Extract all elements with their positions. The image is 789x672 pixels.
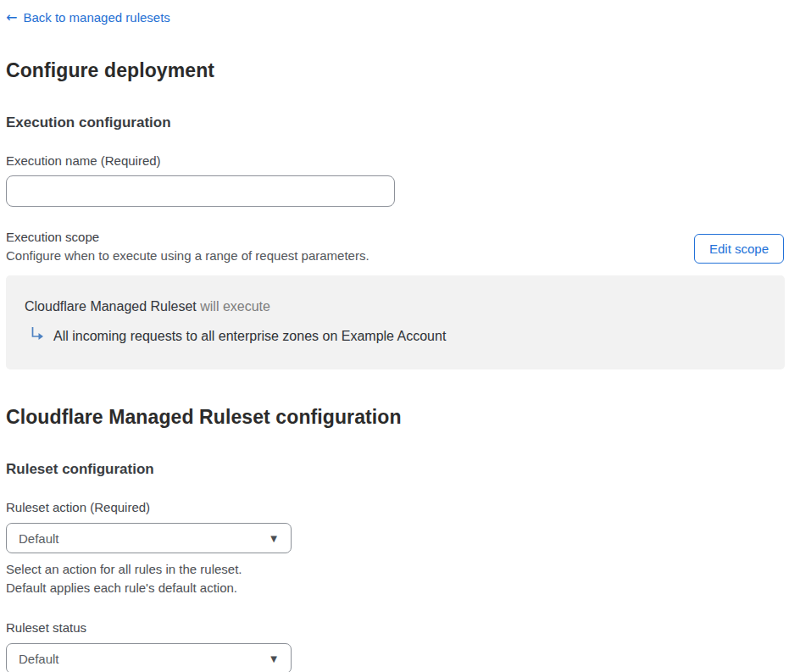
ruleset-configuration-title: Cloudflare Managed Ruleset configuration xyxy=(6,406,784,428)
chevron-down-icon: ▼ xyxy=(270,654,277,664)
ruleset-status-value: Default xyxy=(19,652,59,666)
execution-configuration-heading: Execution configuration xyxy=(6,114,784,131)
execution-scope-text: Execution scope Configure when to execut… xyxy=(6,229,369,264)
back-link-label: Back to managed rulesets xyxy=(23,10,169,25)
back-to-managed-rulesets-link[interactable]: ← Back to managed rulesets xyxy=(6,10,170,25)
execution-scope-description: Configure when to execute using a range … xyxy=(6,247,369,264)
ruleset-action-help: Select an action for all rules in the ru… xyxy=(6,560,784,597)
branch-arrow-icon xyxy=(30,327,45,342)
scope-summary-suffix: will execute xyxy=(197,299,270,314)
scope-summary-detail: All incoming requests to all enterprise … xyxy=(53,328,446,344)
scope-summary-headline: Cloudflare Managed Ruleset will execute xyxy=(25,298,766,314)
execution-scope-label: Execution scope xyxy=(6,229,369,246)
execution-scope-row: Execution scope Configure when to execut… xyxy=(6,229,784,264)
ruleset-status-select[interactable]: Default ▼ xyxy=(6,643,292,672)
page-title: Configure deployment xyxy=(6,59,784,81)
ruleset-action-help-line-2: Default applies each rule's default acti… xyxy=(6,579,784,597)
ruleset-action-select[interactable]: Default ▼ xyxy=(6,523,292,553)
ruleset-action-help-line-1: Select an action for all rules in the ru… xyxy=(6,560,784,579)
ruleset-configuration-subheading: Ruleset configuration xyxy=(6,461,784,478)
ruleset-action-value: Default xyxy=(19,531,59,546)
execution-name-input[interactable] xyxy=(6,175,395,207)
chevron-down-icon: ▼ xyxy=(270,534,277,543)
scope-summary-ruleset-name: Cloudflare Managed Ruleset xyxy=(25,299,197,314)
scope-summary-box: Cloudflare Managed Ruleset will execute … xyxy=(6,275,785,369)
scope-summary-detail-row: All incoming requests to all enterprise … xyxy=(25,328,766,344)
edit-scope-button[interactable]: Edit scope xyxy=(694,234,784,264)
execution-name-label: Execution name (Required) xyxy=(6,153,784,169)
ruleset-status-label: Ruleset status xyxy=(6,620,784,636)
back-arrow-icon: ← xyxy=(6,10,17,25)
ruleset-action-label: Ruleset action (Required) xyxy=(6,500,784,515)
